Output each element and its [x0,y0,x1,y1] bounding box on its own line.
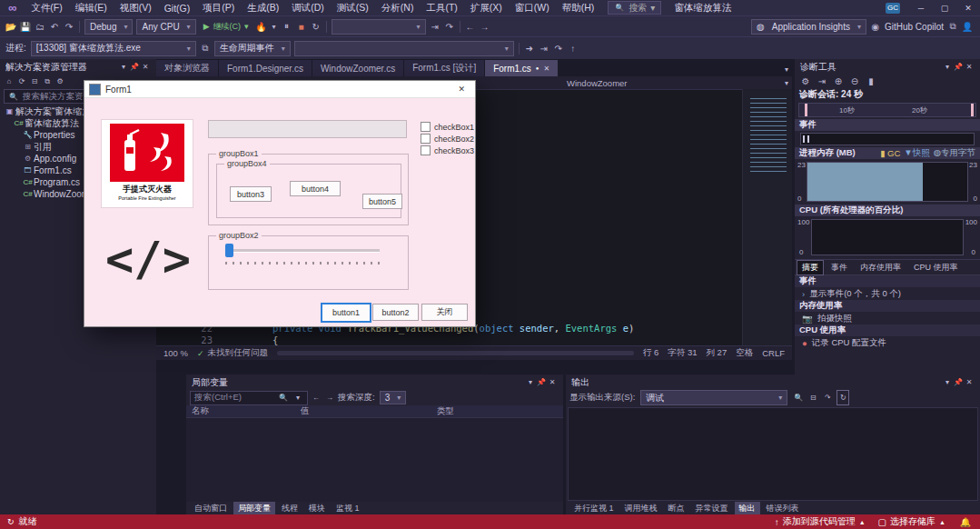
memory-chart[interactable] [807,162,968,202]
open-icon[interactable]: 📂 [4,20,18,34]
redo-icon[interactable]: ↷ [62,20,76,34]
button3[interactable]: button3 [230,186,272,202]
select-tool-icon[interactable]: ⇥ [815,75,829,88]
configuration-dropdown[interactable]: Debug▾ [84,19,133,35]
memory-section-header[interactable]: 进程内存 (MB) ▮ GC ▼快照 ◍专用字节 [795,147,980,159]
horizontal-scrollbar[interactable] [277,351,634,355]
search-depth-dropdown[interactable]: 3▾ [380,391,407,404]
share-icon[interactable]: ⧉ [945,20,960,34]
tab-object-browser[interactable]: 对象浏览器 [156,60,218,76]
copilot-label[interactable]: GitHub Copilot [885,22,944,32]
button5[interactable]: button5 [362,194,402,209]
pin-icon[interactable]: 📌 [953,375,964,389]
form1-title-bar[interactable]: Form1 ✕ [84,81,475,98]
platform-dropdown[interactable]: Any CPU▾ [136,19,195,35]
navigate-forward-icon[interactable]: → [478,20,492,34]
menu-build[interactable]: 生成(B) [241,1,285,15]
save-icon[interactable]: 💾 [18,20,33,34]
status-spaces[interactable]: 空格 [736,347,753,359]
tab-output[interactable]: 输出 [735,502,760,515]
trackbar-groove[interactable] [225,249,380,253]
tab-watch1[interactable]: 监视 1 [332,502,364,515]
close-icon[interactable]: ✕ [964,60,975,74]
step-into-icon[interactable]: ⇥ [537,42,551,55]
clear-all-icon[interactable]: ⊟ [807,391,818,404]
close-button[interactable]: ✕ [956,1,980,15]
chevron-down-icon[interactable]: ▾ [269,20,280,34]
tab-modules[interactable]: 模块 [304,502,330,515]
show-all-files-icon[interactable]: ⧉ [42,75,53,88]
diag-tab-summary[interactable]: 摘要 [797,260,824,275]
chevron-down-icon[interactable]: ▾ [525,375,536,389]
close-icon[interactable]: ✕ [547,375,558,389]
zoom-in-icon[interactable]: ⊕ [831,75,846,88]
selection-handle-right[interactable] [971,104,974,116]
navigate-back-icon[interactable]: ← [463,20,478,34]
close-icon[interactable]: ✕ [964,375,975,389]
refresh-icon[interactable]: ⟳ [16,75,27,88]
close-icon[interactable]: ✕ [140,60,151,74]
select-repository-button[interactable]: ▢选择存储库▲ [878,515,945,528]
tab-breakpoints[interactable]: 断点 [664,502,689,515]
chevron-down-icon[interactable]: ▾ [942,375,953,389]
selection-handle-left[interactable] [805,104,807,116]
empty-dropdown[interactable]: ▾ [332,19,426,35]
feedback-person-icon[interactable]: 👤 [960,20,975,34]
events-section-header[interactable]: 事件 [795,119,980,131]
tab-form1-cs[interactable]: Form1.cs●✕ [485,60,558,76]
zoom-level-dropdown[interactable]: 100 % [163,348,188,358]
show-next-statement-icon[interactable]: ➜ [522,42,537,55]
pin-icon[interactable]: 📌 [953,60,964,74]
word-wrap-icon[interactable]: ↷ [822,391,833,404]
pause-icon[interactable]: ⏸ [280,20,294,34]
button1[interactable]: button1 [321,303,371,323]
tab-exception-settings[interactable]: 异常设置 [691,502,733,515]
snapshot-legend[interactable]: ▼快照 [904,147,929,159]
menu-test[interactable]: 测试(S) [331,1,375,15]
hot-reload-icon[interactable]: 🔥 [254,20,269,34]
menu-analyze[interactable]: 分析(N) [375,1,421,15]
button2[interactable]: button2 [372,304,419,321]
tab-call-stack[interactable]: 调用堆栈 [620,502,662,515]
application-insights-dropdown[interactable]: ◍Application Insights▾ [751,19,866,35]
column-value[interactable]: 值 [301,405,437,417]
editor-minimap[interactable] [742,89,792,346]
menu-extensions[interactable]: 扩展(X) [464,1,509,15]
chevron-down-icon[interactable]: ▾ [942,60,953,74]
tab-form1-designer-cs[interactable]: Form1.Designer.cs [219,60,312,76]
find-icon[interactable]: 🔍 [793,391,804,404]
menu-tools[interactable]: 工具(T) [420,1,463,15]
timeline-ruler[interactable]: 10秒 20秒 [798,103,976,117]
step-out-icon[interactable]: ↑ [566,42,580,55]
tab-parallel-watch[interactable]: 并行监视 1 [569,502,619,515]
bell-icon[interactable]: 🔔 [958,515,973,529]
show-events-link[interactable]: ›显示事件(0 个，共 0 个) [795,287,980,300]
properties-icon[interactable]: ⚙ [54,75,65,88]
collapse-all-icon[interactable]: ⊟ [29,75,40,88]
checkbox3[interactable]: checkBox3 [421,145,474,156]
document-health-indicator[interactable]: ✓未找到任何问题 [197,347,268,359]
cpu-section-header[interactable]: CPU (所有处理器的百分比) [795,205,980,216]
record-cpu-profile-link[interactable]: ●记录 CPU 配置文件 [795,336,980,349]
thread-icon[interactable]: ⧉ [198,42,213,55]
menu-window[interactable]: 窗口(W) [509,1,556,15]
status-eol[interactable]: CRLF [762,348,785,358]
tab-autos[interactable]: 自动窗口 [190,502,232,515]
menu-file[interactable]: 文件(F) [25,1,68,15]
output-source-dropdown[interactable]: 调试▾ [640,390,787,405]
tab-windowzoomer-cs[interactable]: WindowZoomer.cs [312,60,403,76]
trackbar-thumb[interactable] [225,244,233,257]
maximize-button[interactable]: ▢ [933,1,956,15]
reset-view-icon[interactable]: ▮ [864,75,878,88]
output-content[interactable] [568,407,978,501]
menu-debug[interactable]: 调试(D) [285,1,331,15]
copilot-icon[interactable]: ◉ [868,20,883,34]
form-textbox[interactable] [208,120,407,138]
column-name[interactable]: 名称 [186,405,301,417]
diag-tab-events[interactable]: 事件 [826,260,853,275]
close-form-button[interactable]: 关闭 [421,304,468,321]
home-icon[interactable]: ⌂ [4,75,15,88]
search-prev-icon[interactable]: ← [311,391,322,404]
locals-search-input[interactable]: 搜索(Ctrl+E)🔍▾ [190,391,308,405]
thread-dropdown[interactable]: ▾ [294,41,514,56]
